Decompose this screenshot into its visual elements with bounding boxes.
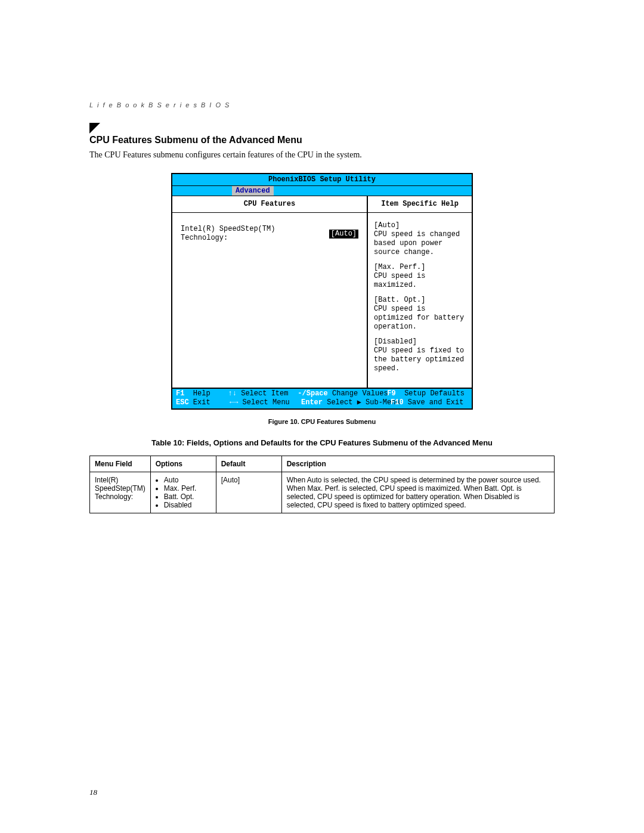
bios-field-row[interactable]: Intel(R) SpeedStep(TM) Technology: [Auto… — [181, 225, 358, 243]
help-t2: CPU speed is maximized. — [374, 272, 466, 290]
ft-key-f10: F10 — [391, 398, 404, 407]
bios-left-subheader: CPU Features — [172, 196, 367, 213]
bios-footer: F1 Help ↑↓ Select Item -/Space Change Va… — [172, 388, 472, 408]
th-options: Options — [150, 456, 216, 472]
opt-item: Auto — [164, 476, 211, 484]
help-h4: [Disabled] — [374, 337, 466, 346]
bios-help-pane: Item Specific Help [Auto] CPU speed is c… — [368, 196, 472, 388]
tab-advanced[interactable]: Advanced — [232, 186, 274, 196]
ft-change-values: Change Values — [332, 389, 388, 398]
table-row: Intel(R) SpeedStep(TM) Technology: Auto … — [90, 472, 555, 513]
help-t4: CPU speed is fixed to the battery optimi… — [374, 346, 466, 373]
section-title: CPU Features Submenu of the Advanced Men… — [89, 135, 555, 145]
td-default: [Auto] — [216, 472, 281, 513]
ft-help: Help — [193, 389, 210, 398]
opt-item: Max. Perf. — [164, 484, 211, 493]
help-h2: [Max. Perf.] — [374, 263, 466, 272]
bios-left-pane: CPU Features Intel(R) SpeedStep(TM) Tech… — [172, 196, 368, 388]
figure-caption: Figure 10. CPU Features Submenu — [89, 418, 555, 425]
opt-item: Batt. Opt. — [164, 493, 211, 501]
section-intro: The CPU Features submenu configures cert… — [89, 150, 555, 160]
th-description: Description — [281, 456, 554, 472]
bios-field-label: Intel(R) SpeedStep(TM) Technology: — [181, 225, 326, 243]
document-page: L i f e B o o k B S e r i e s B I O S CP… — [0, 0, 644, 833]
ft-key-space: -/Space — [298, 389, 327, 398]
td-options: Auto Max. Perf. Batt. Opt. Disabled — [150, 472, 216, 513]
ft-key-esc: ESC — [176, 398, 189, 407]
bios-tab-bar: Advanced — [172, 186, 472, 196]
bios-field-value[interactable]: [Auto] — [329, 230, 358, 239]
ft-setup-defaults: Setup Defaults — [404, 389, 465, 398]
help-h3: [Batt. Opt.] — [374, 296, 466, 305]
section-corner-icon — [89, 123, 555, 129]
ft-select-item: Select Item — [241, 389, 288, 398]
bios-title: PhoenixBIOS Setup Utility — [172, 174, 472, 186]
ft-key-enter: Enter — [301, 398, 323, 407]
table-caption: Table 10: Fields, Options and Defaults f… — [89, 438, 555, 447]
ft-key-f1: F1 — [176, 389, 184, 398]
table-header-row: Menu Field Options Default Description — [90, 456, 555, 472]
td-menu-field: Intel(R) SpeedStep(TM) Technology: — [90, 472, 151, 513]
ft-exit: Exit — [193, 398, 210, 407]
ft-save-exit: Save and Exit — [408, 398, 464, 407]
ft-select-submenu: Select ▶ Sub-Menu — [327, 398, 400, 407]
help-h1: [Auto] — [374, 221, 466, 230]
help-t3: CPU speed is optimized for battery opera… — [374, 305, 466, 332]
opt-item: Disabled — [164, 501, 211, 509]
th-menu-field: Menu Field — [90, 456, 151, 472]
ft-key-updown: ↑↓ — [228, 389, 237, 398]
ft-key-f9: F9 — [387, 389, 395, 398]
running-header: L i f e B o o k B S e r i e s B I O S — [89, 101, 555, 109]
td-description: When Auto is selected, the CPU speed is … — [281, 472, 554, 513]
ft-key-lr: ←→ — [230, 398, 238, 407]
page-number: 18 — [89, 788, 97, 797]
bios-screenshot: PhoenixBIOS Setup Utility Advanced CPU F… — [171, 173, 473, 410]
th-default: Default — [216, 456, 281, 472]
ft-select-menu: Select Menu — [243, 398, 290, 407]
options-table: Menu Field Options Default Description I… — [89, 456, 555, 513]
help-t1: CPU speed is changed based upon power so… — [374, 230, 466, 257]
svg-marker-0 — [89, 123, 100, 134]
bios-help-subheader: Item Specific Help — [368, 196, 472, 213]
